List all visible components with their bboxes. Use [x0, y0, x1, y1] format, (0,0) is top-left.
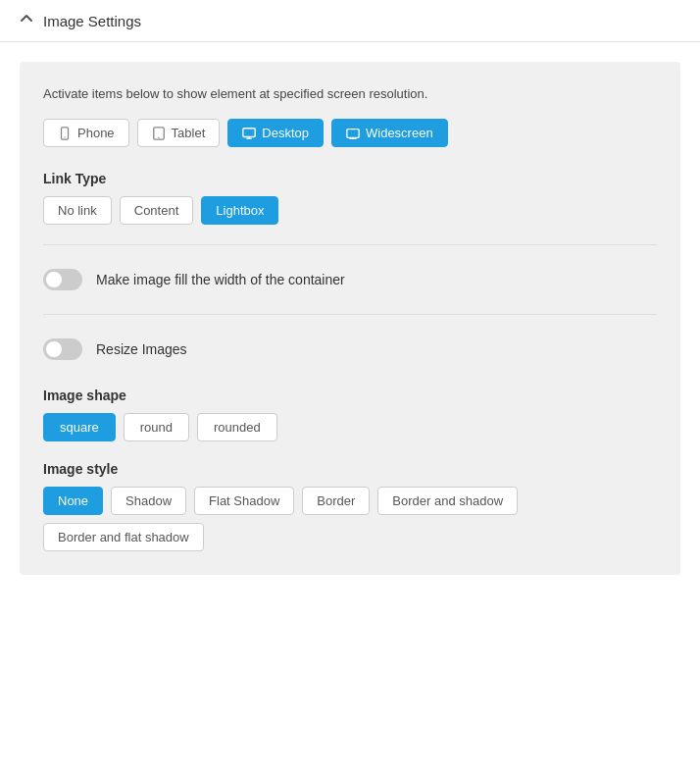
- fill-width-row: Make image fill the width of the contain…: [43, 261, 657, 298]
- chevron-up-icon[interactable]: [20, 12, 33, 29]
- content-button[interactable]: Content: [120, 196, 194, 225]
- fill-width-toggle[interactable]: [43, 269, 82, 290]
- svg-point-1: [64, 136, 65, 137]
- image-style-label: Image style: [43, 461, 657, 477]
- resize-images-label: Resize Images: [96, 341, 187, 357]
- flat-shadow-style-button[interactable]: Flat Shadow: [194, 487, 294, 515]
- resize-images-slider: [43, 338, 82, 360]
- fill-width-label: Make image fill the width of the contain…: [96, 272, 345, 287]
- svg-rect-7: [347, 129, 359, 137]
- square-button[interactable]: square: [43, 413, 116, 441]
- tablet-button[interactable]: Tablet: [137, 119, 221, 147]
- phone-icon: [58, 127, 72, 140]
- resolution-button-group: Phone Tablet Desktop Widescreen: [43, 119, 657, 147]
- none-style-button[interactable]: None: [43, 487, 103, 515]
- link-type-label: Link Type: [43, 171, 657, 186]
- svg-rect-4: [243, 128, 255, 136]
- settings-panel: Activate items below to show element at …: [20, 62, 680, 575]
- widescreen-button[interactable]: Widescreen: [331, 119, 448, 147]
- desktop-icon: [242, 127, 256, 140]
- shadow-style-button[interactable]: Shadow: [111, 487, 186, 515]
- image-style-buttons: None Shadow Flat Shadow Border Border an…: [43, 487, 657, 551]
- phone-button[interactable]: Phone: [43, 119, 129, 147]
- resolution-description: Activate items below to show element at …: [43, 85, 657, 103]
- tablet-icon: [152, 127, 166, 140]
- header: Image Settings: [0, 0, 700, 42]
- border-style-button[interactable]: Border: [302, 487, 370, 515]
- image-shape-buttons: square round rounded: [43, 413, 657, 441]
- desktop-button[interactable]: Desktop: [227, 119, 324, 147]
- rounded-button[interactable]: rounded: [197, 413, 277, 441]
- fill-width-slider: [43, 269, 82, 290]
- image-shape-label: Image shape: [43, 388, 657, 403]
- resize-images-toggle[interactable]: [43, 338, 82, 360]
- header-title: Image Settings: [43, 13, 141, 29]
- border-shadow-style-button[interactable]: Border and shadow: [377, 487, 518, 515]
- border-flat-shadow-style-button[interactable]: Border and flat shadow: [43, 523, 204, 551]
- divider-2: [43, 314, 657, 315]
- divider-1: [43, 244, 657, 245]
- no-link-button[interactable]: No link: [43, 196, 112, 225]
- link-type-buttons: No link Content Lightbox: [43, 196, 657, 225]
- image-shape-section: Image shape square round rounded: [43, 388, 657, 441]
- svg-point-3: [158, 136, 159, 137]
- link-type-section: Link Type No link Content Lightbox: [43, 171, 657, 225]
- round-button[interactable]: round: [124, 413, 189, 441]
- image-style-section: Image style None Shadow Flat Shadow Bord…: [43, 461, 657, 551]
- resize-images-row: Resize Images: [43, 331, 657, 368]
- widescreen-icon: [346, 127, 360, 140]
- lightbox-button[interactable]: Lightbox: [201, 196, 278, 225]
